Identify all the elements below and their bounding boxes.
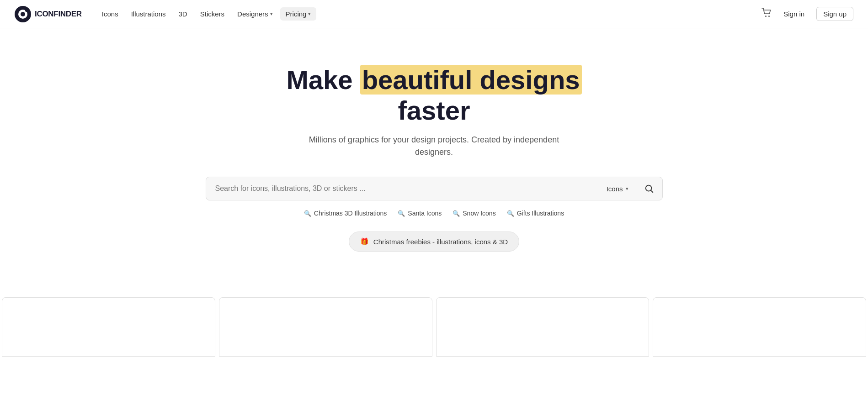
nav-link-stickers[interactable]: Stickers <box>195 7 230 21</box>
signin-button[interactable]: Sign in <box>779 7 809 21</box>
suggestion-search-icon-0: 🔍 <box>304 210 311 217</box>
pricing-chevron: ▾ <box>308 11 311 17</box>
logo-icon <box>15 6 31 22</box>
logo-link[interactable]: ICONFINDER <box>15 6 82 22</box>
suggestion-label-2: Snow Icons <box>463 210 495 217</box>
suggestion-search-icon-1: 🔍 <box>398 210 405 217</box>
suggestion-christmas-3d[interactable]: 🔍 Christmas 3D Illustrations <box>304 210 387 217</box>
suggestion-search-icon-2: 🔍 <box>453 210 460 217</box>
suggestion-search-icon-3: 🔍 <box>507 210 514 217</box>
cart-icon[interactable] <box>761 8 772 20</box>
search-type-label: Icons <box>607 185 623 193</box>
hero-section: Make beautiful designs faster Millions o… <box>0 28 868 297</box>
signup-button[interactable]: Sign up <box>816 7 853 21</box>
nav-link-3d[interactable]: 3D <box>173 7 193 21</box>
card-item-0 <box>2 297 215 357</box>
card-strip <box>0 297 868 357</box>
suggestion-santa[interactable]: 🔍 Santa Icons <box>398 210 442 217</box>
search-input[interactable] <box>206 177 599 200</box>
svg-point-3 <box>25 9 28 12</box>
freebies-emoji: 🎁 <box>360 237 369 246</box>
card-item-1 <box>219 297 432 357</box>
nav-link-icons[interactable]: Icons <box>96 7 124 21</box>
suggestion-snow[interactable]: 🔍 Snow Icons <box>453 210 495 217</box>
card-item-3 <box>653 297 866 357</box>
freebies-badge[interactable]: 🎁 Christmas freebies - illustrations, ic… <box>349 231 519 252</box>
nav-link-pricing[interactable]: Pricing ▾ <box>280 7 317 21</box>
suggestion-gifts[interactable]: 🔍 Gifts Illustrations <box>507 210 564 217</box>
hero-subtitle: Millions of graphics for your design pro… <box>306 134 562 158</box>
search-type-chevron: ▾ <box>626 186 628 192</box>
hero-title: Make beautiful designs faster <box>274 65 594 126</box>
svg-point-5 <box>768 16 770 17</box>
svg-point-2 <box>21 12 25 16</box>
search-suggestions: 🔍 Christmas 3D Illustrations 🔍 Santa Ico… <box>304 210 564 217</box>
search-bar: Icons ▾ <box>206 177 663 200</box>
nav-right: Sign in Sign up <box>761 7 853 21</box>
search-type-selector[interactable]: Icons ▾ <box>599 185 636 193</box>
search-icon <box>644 184 654 194</box>
suggestion-label-1: Santa Icons <box>408 210 442 217</box>
suggestion-label-0: Christmas 3D Illustrations <box>314 210 387 217</box>
logo-text: ICONFINDER <box>35 10 82 19</box>
search-button[interactable] <box>636 184 662 194</box>
navbar: ICONFINDER Icons Illustrations 3D Sticke… <box>0 0 868 28</box>
suggestion-label-3: Gifts Illustrations <box>517 210 564 217</box>
nav-link-illustrations[interactable]: Illustrations <box>126 7 171 21</box>
card-item-2 <box>436 297 650 357</box>
card-strip-wrapper <box>0 297 868 357</box>
hero-title-highlight: beautiful designs <box>360 65 582 95</box>
nav-links: Icons Illustrations 3D Stickers Designer… <box>96 7 761 21</box>
nav-link-designers[interactable]: Designers ▾ <box>232 7 278 21</box>
freebies-label: Christmas freebies - illustrations, icon… <box>373 238 508 246</box>
svg-point-4 <box>765 16 767 17</box>
designers-chevron: ▾ <box>270 11 273 17</box>
